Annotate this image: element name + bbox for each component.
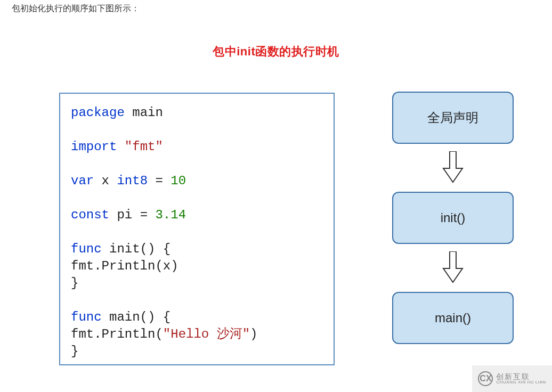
code-line: var x int8 = 10 — [71, 173, 323, 190]
code-text: x — [94, 174, 117, 188]
code-line — [71, 121, 323, 138]
code-text: pi = — [109, 208, 155, 222]
flow-step-init: init() — [392, 192, 514, 244]
arrow-down-icon — [392, 251, 514, 283]
code-text: } — [71, 344, 78, 358]
code-line — [71, 190, 323, 207]
code-text: fmt.Println( — [71, 327, 163, 341]
flowchart: 全局声明 init() main() — [392, 92, 514, 344]
flow-step-label: init() — [441, 210, 466, 225]
code-line: func init() { — [71, 241, 323, 258]
arrow-down-icon — [392, 151, 514, 183]
kw-package: package — [71, 105, 125, 120]
kw-func: func — [71, 310, 102, 324]
flow-step-main: main() — [392, 292, 514, 344]
kw-const: const — [71, 208, 109, 222]
code-number: 3.14 — [155, 208, 186, 222]
code-text: fmt.Println(x) — [71, 259, 178, 273]
code-block: package main import "fmt" var x int8 = 1… — [59, 93, 335, 365]
watermark-icon: CX — [478, 371, 493, 386]
code-line: } — [71, 275, 323, 292]
code-line: import "fmt" — [71, 138, 323, 156]
code-text: ) — [250, 327, 257, 341]
code-text: main — [125, 105, 163, 120]
code-line — [71, 292, 323, 309]
code-line: package main — [71, 104, 323, 121]
watermark-logo: CX 创新互联 CHUANG XIN HU LIAN — [472, 365, 552, 392]
code-text: = — [148, 174, 171, 188]
kw-type: int8 — [117, 174, 148, 188]
code-string: "fmt" — [117, 140, 163, 154]
flow-step-label: 全局声明 — [427, 109, 478, 126]
code-line: const pi = 3.14 — [71, 207, 323, 224]
watermark-icon-text: CX — [480, 374, 491, 383]
kw-var: var — [71, 174, 94, 188]
watermark-text: 创新互联 CHUANG XIN HU LIAN — [496, 373, 546, 385]
diagram-title: 包中init函数的执行时机 — [0, 44, 552, 60]
code-line — [71, 156, 323, 173]
watermark-zh: 创新互联 — [496, 373, 546, 380]
flow-step-label: main() — [435, 311, 471, 325]
code-line: fmt.Println(x) — [71, 258, 323, 275]
kw-func: func — [71, 242, 102, 256]
kw-import: import — [71, 140, 117, 154]
code-number: 10 — [171, 174, 186, 188]
code-line — [71, 224, 323, 241]
flow-step-global-decl: 全局声明 — [392, 92, 514, 144]
code-text: init() { — [102, 242, 171, 256]
code-text: main() { — [102, 310, 171, 324]
code-line: } — [71, 343, 323, 360]
intro-text: 包初始化执行的顺序如下图所示： — [12, 3, 140, 14]
code-text: } — [71, 276, 78, 290]
code-line: func main() { — [71, 309, 323, 326]
watermark-py: CHUANG XIN HU LIAN — [496, 380, 546, 385]
code-line: fmt.Println("Hello 沙河") — [71, 326, 323, 343]
code-string: "Hello 沙河" — [163, 327, 250, 341]
